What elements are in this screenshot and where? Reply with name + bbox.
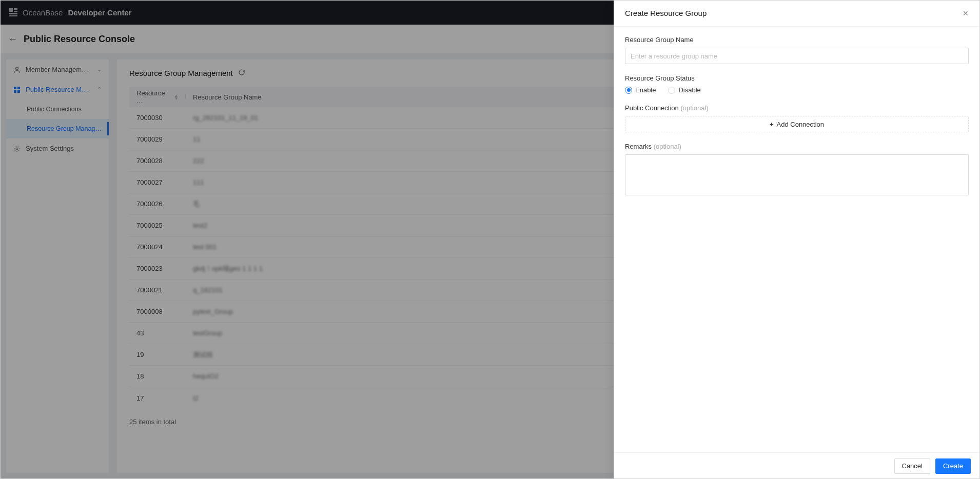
main-title: Resource Group Management (129, 69, 233, 77)
svg-rect-1 (14, 8, 17, 10)
svg-rect-2 (14, 11, 17, 12)
cell-id: 7000024 (129, 243, 186, 251)
cell-id: 7000030 (129, 114, 186, 122)
resource-group-name-input[interactable] (625, 48, 969, 64)
cell-id: 7000026 (129, 200, 186, 208)
close-icon[interactable]: ✕ (963, 9, 969, 17)
sidebar-item-label: System Settings (26, 145, 102, 152)
cell-id: 7000028 (129, 157, 186, 165)
grid-icon (13, 86, 21, 93)
chevron-up-icon: ⌃ (97, 86, 102, 93)
sidebar-item-resource-group[interactable]: Resource Group Manag… (6, 119, 109, 138)
cell-id: 7000008 (129, 308, 186, 315)
sidebar-item-public-connections[interactable]: Public Connections (6, 99, 109, 119)
svg-rect-9 (17, 90, 20, 93)
brand-sub: Developer Center (68, 8, 131, 17)
sidebar-item-label: Resource Group Manag… (27, 125, 102, 132)
svg-rect-6 (14, 87, 16, 89)
sidebar-item-public-resource[interactable]: Public Resource Ma… ⌃ (6, 79, 109, 99)
logo-icon (8, 7, 18, 17)
refresh-icon[interactable] (238, 69, 245, 77)
radio-icon (625, 87, 632, 94)
sidebar-item-label: Public Resource Ma… (26, 86, 92, 93)
cell-id: 18 (129, 372, 186, 380)
svg-rect-4 (9, 15, 17, 16)
sidebar-item-system-settings[interactable]: System Settings (6, 138, 109, 158)
back-arrow-icon[interactable]: ← (8, 34, 17, 45)
cell-id: 7000021 (129, 286, 186, 294)
drawer-title: Create Resource Group (625, 9, 707, 17)
column-header-id[interactable]: Resource … ▲▼ (129, 89, 186, 105)
cancel-button[interactable]: Cancel (894, 458, 930, 474)
field-label-name: Resource Group Name (625, 36, 969, 44)
chevron-down-icon: ⌄ (97, 66, 102, 73)
cell-id: 7000027 (129, 178, 186, 186)
page-title: Public Resource Console (24, 34, 135, 45)
cell-id: 17 (129, 394, 186, 402)
field-label-status: Resource Group Status (625, 74, 969, 82)
radio-enable[interactable]: Enable (625, 86, 656, 94)
create-resource-group-drawer: Create Resource Group ✕ Resource Group N… (614, 0, 980, 479)
brand-logo: OceanBase Developer Center (8, 7, 132, 17)
field-label-remarks: Remarks (optional) (625, 143, 969, 150)
svg-point-5 (16, 67, 18, 70)
sidebar-item-member-management[interactable]: Member Managem… ⌄ (6, 59, 109, 79)
brand-main: OceanBase (23, 8, 63, 17)
svg-rect-3 (9, 13, 17, 14)
sidebar-item-label: Member Managem… (26, 66, 92, 73)
svg-point-10 (16, 148, 18, 150)
user-icon (13, 66, 21, 73)
radio-disable[interactable]: Disable (668, 86, 700, 94)
radio-icon (668, 87, 675, 94)
field-label-connection: Public Connection (optional) (625, 104, 969, 112)
cell-id: 7000023 (129, 265, 186, 272)
add-connection-button[interactable]: + Add Connection (625, 116, 969, 132)
gear-icon (13, 145, 21, 152)
plus-icon: + (770, 121, 774, 128)
sidebar: Member Managem… ⌄ Public Resource Ma… ⌃ … (6, 59, 109, 473)
cell-id: 43 (129, 329, 186, 337)
sidebar-item-label: Public Connections (27, 106, 102, 113)
cell-id: 19 (129, 351, 186, 358)
sort-icon: ▲▼ (174, 94, 179, 100)
svg-rect-0 (9, 8, 13, 12)
remarks-textarea[interactable] (625, 154, 969, 195)
svg-rect-8 (14, 90, 16, 93)
create-button[interactable]: Create (935, 458, 971, 474)
cell-id: 7000029 (129, 135, 186, 143)
svg-rect-7 (17, 87, 20, 89)
cell-id: 7000025 (129, 222, 186, 229)
